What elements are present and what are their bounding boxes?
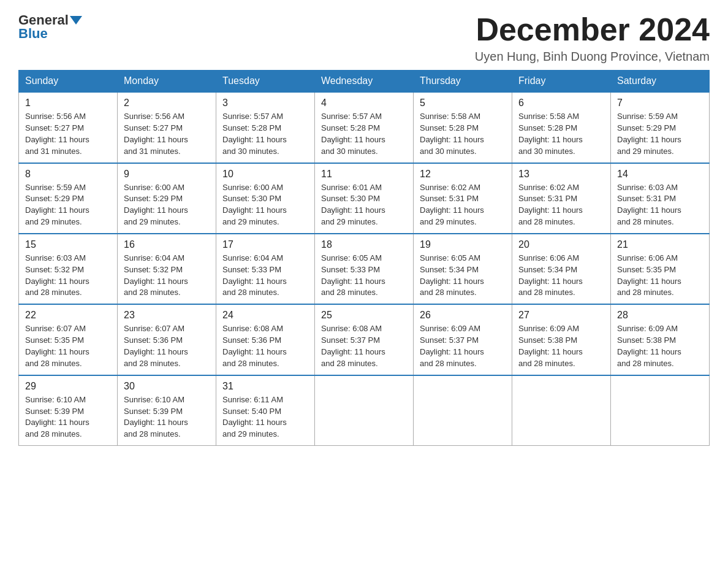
day-number: 4 <box>321 98 407 109</box>
day-number: 8 <box>25 169 111 180</box>
day-number: 16 <box>124 239 210 250</box>
calendar-cell: 31 Sunrise: 6:11 AMSunset: 5:40 PMDaylig… <box>216 375 315 446</box>
day-info: Sunrise: 6:08 AMSunset: 5:36 PMDaylight:… <box>222 324 287 368</box>
calendar-header-tuesday: Tuesday <box>216 71 315 93</box>
calendar-header-friday: Friday <box>512 71 611 93</box>
day-info: Sunrise: 6:11 AMSunset: 5:40 PMDaylight:… <box>222 395 287 439</box>
day-number: 5 <box>420 98 506 109</box>
calendar-cell: 18 Sunrise: 6:05 AMSunset: 5:33 PMDaylig… <box>315 234 414 304</box>
day-info: Sunrise: 6:03 AMSunset: 5:31 PMDaylight:… <box>617 183 681 227</box>
calendar-header-monday: Monday <box>118 71 216 93</box>
day-number: 22 <box>25 310 111 321</box>
day-info: Sunrise: 6:10 AMSunset: 5:39 PMDaylight:… <box>124 395 188 439</box>
calendar-cell: 23 Sunrise: 6:07 AMSunset: 5:36 PMDaylig… <box>118 304 216 375</box>
calendar-header-saturday: Saturday <box>611 71 710 93</box>
calendar-cell: 27 Sunrise: 6:09 AMSunset: 5:38 PMDaylig… <box>512 304 611 375</box>
calendar-cell: 30 Sunrise: 6:10 AMSunset: 5:39 PMDaylig… <box>118 375 216 446</box>
day-info: Sunrise: 6:01 AMSunset: 5:30 PMDaylight:… <box>321 183 385 227</box>
day-info: Sunrise: 6:05 AMSunset: 5:34 PMDaylight:… <box>420 253 484 297</box>
calendar-cell: 24 Sunrise: 6:08 AMSunset: 5:36 PMDaylig… <box>216 304 315 375</box>
calendar-cell <box>611 375 710 446</box>
day-number: 29 <box>25 381 111 392</box>
calendar-cell: 13 Sunrise: 6:02 AMSunset: 5:31 PMDaylig… <box>512 163 611 234</box>
location-subtitle: Uyen Hung, Binh Duong Province, Vietnam <box>475 50 710 64</box>
calendar-cell: 1 Sunrise: 5:56 AMSunset: 5:27 PMDayligh… <box>19 92 118 163</box>
day-number: 21 <box>617 239 703 250</box>
day-info: Sunrise: 6:02 AMSunset: 5:31 PMDaylight:… <box>518 183 583 227</box>
day-info: Sunrise: 6:04 AMSunset: 5:32 PMDaylight:… <box>124 253 188 297</box>
day-info: Sunrise: 5:58 AMSunset: 5:28 PMDaylight:… <box>420 112 484 156</box>
calendar-header-wednesday: Wednesday <box>315 71 414 93</box>
day-info: Sunrise: 5:58 AMSunset: 5:28 PMDaylight:… <box>518 112 583 156</box>
day-number: 27 <box>518 310 604 321</box>
calendar-cell: 20 Sunrise: 6:06 AMSunset: 5:34 PMDaylig… <box>512 234 611 304</box>
day-number: 24 <box>222 310 308 321</box>
calendar-header-thursday: Thursday <box>414 71 512 93</box>
day-number: 25 <box>321 310 407 321</box>
calendar-cell: 5 Sunrise: 5:58 AMSunset: 5:28 PMDayligh… <box>414 92 512 163</box>
calendar-cell <box>512 375 611 446</box>
calendar-cell: 14 Sunrise: 6:03 AMSunset: 5:31 PMDaylig… <box>611 163 710 234</box>
day-number: 13 <box>518 169 604 180</box>
day-info: Sunrise: 6:07 AMSunset: 5:35 PMDaylight:… <box>25 324 89 368</box>
calendar-cell: 28 Sunrise: 6:09 AMSunset: 5:38 PMDaylig… <box>611 304 710 375</box>
day-number: 28 <box>617 310 703 321</box>
calendar-cell <box>414 375 512 446</box>
day-info: Sunrise: 5:57 AMSunset: 5:28 PMDaylight:… <box>222 112 287 156</box>
calendar-header-sunday: Sunday <box>19 71 118 93</box>
day-number: 14 <box>617 169 703 180</box>
title-block: December 2024 Uyen Hung, Binh Duong Prov… <box>475 12 710 64</box>
calendar-cell: 3 Sunrise: 5:57 AMSunset: 5:28 PMDayligh… <box>216 92 315 163</box>
calendar-cell: 7 Sunrise: 5:59 AMSunset: 5:29 PMDayligh… <box>611 92 710 163</box>
calendar-cell: 17 Sunrise: 6:04 AMSunset: 5:33 PMDaylig… <box>216 234 315 304</box>
day-number: 2 <box>124 98 210 109</box>
day-number: 7 <box>617 98 703 109</box>
day-info: Sunrise: 6:07 AMSunset: 5:36 PMDaylight:… <box>124 324 188 368</box>
day-info: Sunrise: 5:56 AMSunset: 5:27 PMDaylight:… <box>124 112 188 156</box>
calendar-cell: 10 Sunrise: 6:00 AMSunset: 5:30 PMDaylig… <box>216 163 315 234</box>
day-info: Sunrise: 6:04 AMSunset: 5:33 PMDaylight:… <box>222 253 287 297</box>
day-info: Sunrise: 6:08 AMSunset: 5:37 PMDaylight:… <box>321 324 385 368</box>
day-number: 1 <box>25 98 111 109</box>
calendar-cell: 29 Sunrise: 6:10 AMSunset: 5:39 PMDaylig… <box>19 375 118 446</box>
week-row-4: 22 Sunrise: 6:07 AMSunset: 5:35 PMDaylig… <box>19 304 710 375</box>
day-info: Sunrise: 6:06 AMSunset: 5:35 PMDaylight:… <box>617 253 681 297</box>
logo-arrow-icon <box>70 16 82 25</box>
calendar-cell: 26 Sunrise: 6:09 AMSunset: 5:37 PMDaylig… <box>414 304 512 375</box>
calendar-cell: 8 Sunrise: 5:59 AMSunset: 5:29 PMDayligh… <box>19 163 118 234</box>
day-info: Sunrise: 6:03 AMSunset: 5:32 PMDaylight:… <box>25 253 89 297</box>
calendar-table: SundayMondayTuesdayWednesdayThursdayFrid… <box>18 70 710 446</box>
calendar-cell <box>315 375 414 446</box>
calendar-cell: 21 Sunrise: 6:06 AMSunset: 5:35 PMDaylig… <box>611 234 710 304</box>
day-number: 11 <box>321 169 407 180</box>
day-number: 17 <box>222 239 308 250</box>
day-number: 18 <box>321 239 407 250</box>
week-row-5: 29 Sunrise: 6:10 AMSunset: 5:39 PMDaylig… <box>19 375 710 446</box>
day-info: Sunrise: 6:00 AMSunset: 5:29 PMDaylight:… <box>124 183 188 227</box>
week-row-2: 8 Sunrise: 5:59 AMSunset: 5:29 PMDayligh… <box>19 163 710 234</box>
day-info: Sunrise: 6:10 AMSunset: 5:39 PMDaylight:… <box>25 395 89 439</box>
calendar-cell: 22 Sunrise: 6:07 AMSunset: 5:35 PMDaylig… <box>19 304 118 375</box>
day-info: Sunrise: 6:05 AMSunset: 5:33 PMDaylight:… <box>321 253 385 297</box>
calendar-cell: 15 Sunrise: 6:03 AMSunset: 5:32 PMDaylig… <box>19 234 118 304</box>
week-row-1: 1 Sunrise: 5:56 AMSunset: 5:27 PMDayligh… <box>19 92 710 163</box>
day-info: Sunrise: 6:06 AMSunset: 5:34 PMDaylight:… <box>518 253 583 297</box>
day-number: 12 <box>420 169 506 180</box>
day-number: 20 <box>518 239 604 250</box>
day-info: Sunrise: 6:09 AMSunset: 5:38 PMDaylight:… <box>617 324 681 368</box>
day-number: 26 <box>420 310 506 321</box>
day-info: Sunrise: 6:00 AMSunset: 5:30 PMDaylight:… <box>222 183 287 227</box>
day-info: Sunrise: 6:09 AMSunset: 5:38 PMDaylight:… <box>518 324 583 368</box>
day-number: 19 <box>420 239 506 250</box>
day-number: 6 <box>518 98 604 109</box>
day-number: 31 <box>222 381 308 392</box>
week-row-3: 15 Sunrise: 6:03 AMSunset: 5:32 PMDaylig… <box>19 234 710 304</box>
calendar-cell: 12 Sunrise: 6:02 AMSunset: 5:31 PMDaylig… <box>414 163 512 234</box>
day-number: 3 <box>222 98 308 109</box>
month-title: December 2024 <box>475 12 710 47</box>
calendar-cell: 2 Sunrise: 5:56 AMSunset: 5:27 PMDayligh… <box>118 92 216 163</box>
calendar-cell: 19 Sunrise: 6:05 AMSunset: 5:34 PMDaylig… <box>414 234 512 304</box>
logo: General Blue <box>18 12 83 42</box>
day-info: Sunrise: 6:02 AMSunset: 5:31 PMDaylight:… <box>420 183 484 227</box>
day-number: 10 <box>222 169 308 180</box>
